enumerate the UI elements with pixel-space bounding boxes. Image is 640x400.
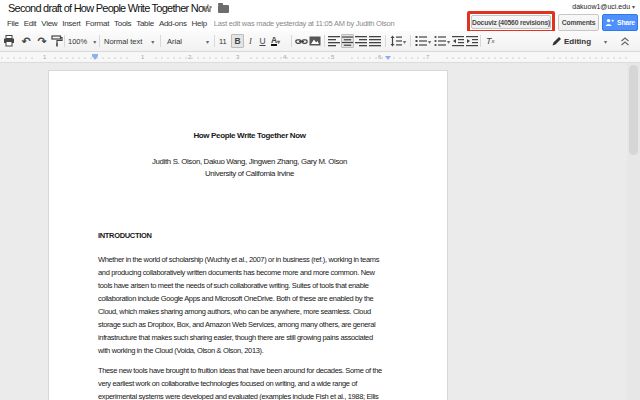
text-color-button[interactable]: A▾ <box>269 31 282 51</box>
first-line-indent-marker[interactable] <box>92 56 98 60</box>
bulleted-list-button[interactable] <box>434 31 446 51</box>
paint-format-button[interactable] <box>51 31 63 51</box>
document-title[interactable]: Second draft of How People Write Togethe… <box>8 2 210 14</box>
font-select[interactable]: Arial▾ <box>167 31 209 51</box>
star-icon[interactable] <box>203 3 213 13</box>
align-center-button[interactable] <box>341 34 354 48</box>
menu-bar: File Edit View Insert Format Tools Table… <box>7 17 394 30</box>
underline-button[interactable]: U <box>256 31 269 51</box>
chevron-down-icon: ▾ <box>632 4 635 10</box>
pencil-icon <box>552 36 562 46</box>
menu-help[interactable]: Help <box>192 19 207 28</box>
menu-format[interactable]: Format <box>86 19 110 28</box>
collapse-toolbar-icon[interactable] <box>620 31 630 51</box>
menu-addons[interactable]: Add-ons <box>159 19 187 28</box>
increase-indent-button[interactable] <box>466 31 478 51</box>
menu-insert[interactable]: Insert <box>62 19 80 28</box>
document-canvas: How People Write Together Now Judith S. … <box>0 63 640 400</box>
right-indent-marker[interactable] <box>385 56 391 60</box>
align-left-button[interactable] <box>328 31 340 51</box>
person-icon <box>605 18 614 27</box>
menu-file[interactable]: File <box>7 19 19 28</box>
account-email[interactable]: dakuow1@uci.edu ▾ <box>572 3 635 10</box>
align-right-button[interactable] <box>355 31 367 51</box>
folder-icon[interactable] <box>218 5 229 13</box>
insert-link-button[interactable] <box>295 31 308 51</box>
redo-button[interactable]: ↷ <box>35 31 49 51</box>
zoom-select[interactable]: 100%▾ <box>68 31 96 51</box>
insert-image-button[interactable] <box>309 31 321 51</box>
menu-view[interactable]: View <box>41 19 57 28</box>
doc-paragraph-2: These new tools have brought to fruition… <box>98 364 401 400</box>
bold-button[interactable]: B <box>231 34 244 48</box>
share-button[interactable]: Share <box>602 14 638 31</box>
doc-paragraph-1: Whether in the world of scholarship (Wuc… <box>98 253 401 357</box>
paragraph-style-select[interactable]: Normal text▾ <box>104 31 154 51</box>
line-spacing-button[interactable] <box>390 31 402 51</box>
doc-affiliation: University of California Irvine <box>98 167 401 180</box>
undo-button[interactable]: ↶ <box>19 31 33 51</box>
doc-section-heading: INTRODUCTION <box>98 229 401 242</box>
doc-heading-title: How People Write Together Now <box>98 129 401 142</box>
clear-formatting-button[interactable]: Tx <box>486 31 495 51</box>
justify-button[interactable] <box>369 31 381 51</box>
numbered-list-button[interactable] <box>415 31 427 51</box>
docuviz-button[interactable]: Docuviz (40560 revisions) <box>471 15 551 29</box>
mode-selector[interactable] <box>552 31 562 51</box>
ruler[interactable]: 1 1 2 3 4 5 6 7 <box>0 52 640 63</box>
menu-edit[interactable]: Edit <box>24 19 37 28</box>
menu-table[interactable]: Table <box>136 19 154 28</box>
menu-tools[interactable]: Tools <box>114 19 131 28</box>
annotation-red-box: Docuviz (40560 revisions) <box>467 11 555 33</box>
print-button[interactable] <box>3 31 15 51</box>
comments-button[interactable]: Comments <box>558 14 599 31</box>
document-page[interactable]: How People Write Together Now Judith S. … <box>48 70 448 400</box>
last-edit-status[interactable]: Last edit was made yesterday at 11:05 AM… <box>214 19 395 28</box>
scrollbar-thumb[interactable] <box>629 65 638 155</box>
decrease-indent-button[interactable] <box>452 31 464 51</box>
scrollbar[interactable] <box>627 63 640 400</box>
